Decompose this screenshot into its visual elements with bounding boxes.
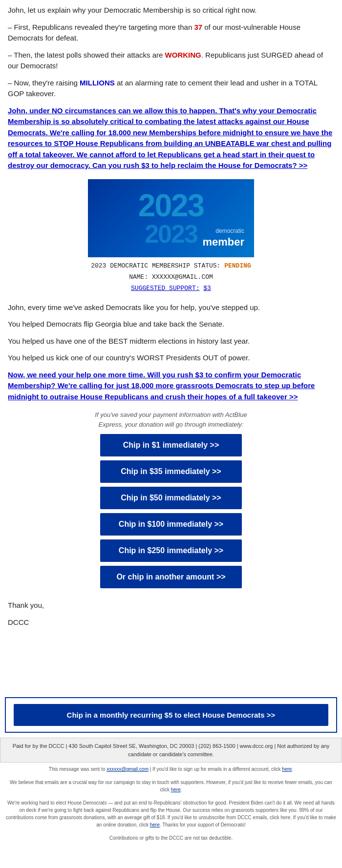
footer-here-link-2[interactable]: here [171,787,181,792]
paragraph-5: You helped Democrats flip Georgia blue a… [8,319,334,330]
donate-btn-35[interactable]: Chip in $35 immediately >> [100,460,242,483]
spacer [8,634,334,682]
footer-line-3: We're working hard to elect House Democr… [5,799,337,828]
donate-btn-100[interactable]: Chip in $100 immediately >> [100,513,242,536]
status-line: 2023 DEMOCRATIC MEMBERSHIP STATUS: PENDI… [59,260,283,271]
sticky-footer-btn[interactable]: Chip in a monthly recurring $5 to elect … [14,704,328,726]
paragraph-4: John, every time we've asked Democrats l… [8,302,334,313]
footer-here-link-3[interactable]: here [150,822,160,827]
dem-member-label: democratic member [202,227,244,249]
donate-btn-other[interactable]: Or chip in another amount >> [100,566,242,588]
status-value: PENDING [224,262,251,269]
footer-here-link-1[interactable]: here [282,766,292,772]
membership-image: 2023 2023 democratic member [88,179,254,257]
paragraph-1: – First, Republicans revealed they're ta… [8,22,334,44]
membership-card: 2023 2023 democratic member 2023 DEMOCRA… [59,179,283,294]
cta-link-1[interactable]: John, under NO circumstances can we allo… [8,105,334,171]
member-label: member [202,235,244,249]
highlight-working: WORKING [165,51,201,59]
highlight-37: 37 [194,23,202,31]
support-label: SUGGESTED SUPPORT: [131,285,199,292]
footer-fine-print: This message was sent to xxxxxx@gmail.co… [0,765,342,842]
paragraph-7: You helped us kick one of our country's … [8,352,334,364]
donate-btn-250[interactable]: Chip in $250 immediately >> [100,539,242,562]
paragraph-6: You helped us have one of the BEST midte… [8,336,334,347]
highlight-millions: MILLIONS [80,79,115,87]
sticky-footer-section: Chip in a monthly recurring $5 to elect … [5,697,337,733]
donate-section: If you've saved your payment information… [8,410,334,588]
name-line: NAME: XXXXXX@GMAIL.COM [59,271,283,283]
footer-paid-for: Paid for by the DCCC | 430 South Capitol… [0,738,342,763]
status-label: 2023 DEMOCRATIC MEMBERSHIP STATUS: [91,262,220,269]
year-large: 2023 [138,190,204,221]
support-value: $3 [203,285,211,292]
support-line: SUGGESTED SUPPORT: $3 [59,283,283,294]
footer-line-2: We believe that emails are a crucial way… [5,779,337,793]
thank-you-block: Thank you, DCCC [8,600,334,628]
donate-btn-50[interactable]: Chip in $50 immediately >> [100,487,242,509]
greeting-text: John, let us explain why your Democratic… [8,5,334,16]
sender-name: DCCC [8,617,334,628]
democratic-label: democratic [202,227,244,235]
donate-intro: If you've saved your payment information… [8,410,334,429]
year-small: 2023 [145,221,197,247]
cta-link-2[interactable]: Now, we need your help one more time. Wi… [8,370,334,403]
membership-status-block: 2023 DEMOCRATIC MEMBERSHIP STATUS: PENDI… [59,260,283,294]
name-label: NAME: [129,273,148,281]
name-value: XXXXXX@GMAIL.COM [152,273,213,281]
donate-btn-1[interactable]: Chip in $1 immediately >> [100,434,242,456]
footer-line-4: Contributions or gifts to the DCCC are n… [5,834,337,842]
footer-email-link[interactable]: xxxxxx@gmail.com [107,766,149,772]
paragraph-2: – Then, the latest polls showed their at… [8,50,334,72]
footer-line-1: This message was sent to xxxxxx@gmail.co… [5,765,337,773]
thank-you-text: Thank you, [8,600,334,611]
paragraph-3: – Now, they're raising MILLIONS at an al… [8,78,334,100]
